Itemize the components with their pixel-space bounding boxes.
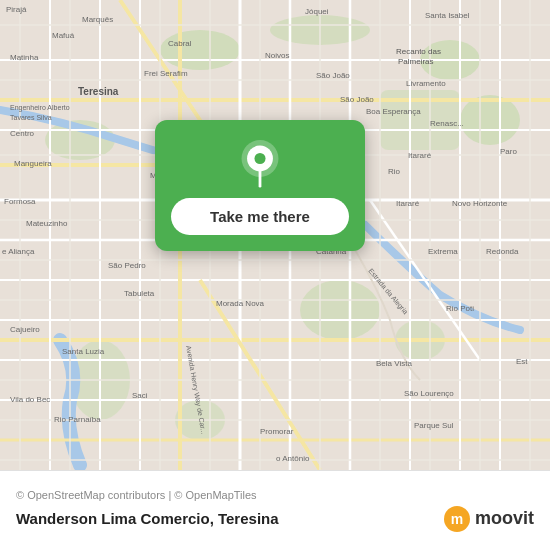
svg-text:Paro: Paro — [500, 147, 517, 156]
svg-text:Engenheiro Alberto: Engenheiro Alberto — [10, 104, 70, 112]
bottom-bar: © OpenStreetMap contributors | © OpenMap… — [0, 470, 550, 550]
svg-text:São João: São João — [316, 71, 350, 80]
svg-text:Boa Esperança: Boa Esperança — [366, 107, 421, 116]
svg-text:Matinha: Matinha — [10, 53, 39, 62]
svg-text:Rio: Rio — [388, 167, 401, 176]
svg-text:Mateuzinho: Mateuzinho — [26, 219, 68, 228]
svg-text:Promorar: Promorar — [260, 427, 294, 436]
svg-text:Itararé: Itararé — [408, 151, 432, 160]
svg-text:Novo Horizonte: Novo Horizonte — [452, 199, 508, 208]
svg-text:Santa Isabel: Santa Isabel — [425, 11, 470, 20]
svg-text:m: m — [451, 511, 463, 527]
svg-text:São João: São João — [340, 95, 374, 104]
svg-text:São Pedro: São Pedro — [108, 261, 146, 270]
svg-text:Jóquei: Jóquei — [305, 7, 329, 16]
svg-text:Vila do Bec: Vila do Bec — [10, 395, 50, 404]
location-name: Wanderson Lima Comercio, Teresina — [16, 510, 279, 527]
overlay-card: Take me there — [155, 120, 365, 251]
moovit-brand-icon: m — [443, 505, 471, 533]
svg-text:Palmeiras: Palmeiras — [398, 57, 434, 66]
svg-text:Redonda: Redonda — [486, 247, 519, 256]
svg-text:Frei Serafim: Frei Serafim — [144, 69, 188, 78]
svg-text:Est: Est — [516, 357, 528, 366]
svg-text:Mafuá: Mafuá — [52, 31, 75, 40]
svg-text:Centro: Centro — [10, 129, 35, 138]
svg-text:Recanto das: Recanto das — [396, 47, 441, 56]
map-attribution: © OpenStreetMap contributors | © OpenMap… — [16, 489, 534, 501]
svg-text:Renasc...: Renasc... — [430, 119, 464, 128]
svg-text:e Aliança: e Aliança — [2, 247, 35, 256]
svg-text:Morada Nova: Morada Nova — [216, 299, 265, 308]
svg-point-2 — [160, 30, 240, 70]
svg-text:Santa Luzia: Santa Luzia — [62, 347, 105, 356]
svg-text:Cabral: Cabral — [168, 39, 192, 48]
svg-text:Extrema: Extrema — [428, 247, 458, 256]
svg-text:Bela Vista: Bela Vista — [376, 359, 412, 368]
take-me-there-button[interactable]: Take me there — [171, 198, 349, 235]
svg-text:Mangueira: Mangueira — [14, 159, 52, 168]
svg-text:São Lourenço: São Lourenço — [404, 389, 454, 398]
svg-text:Noivos: Noivos — [265, 51, 289, 60]
svg-text:Cajueiro: Cajueiro — [10, 325, 40, 334]
svg-text:o Antônio: o Antônio — [276, 454, 310, 463]
svg-text:Tavares Silva: Tavares Silva — [10, 114, 52, 121]
svg-text:Teresina: Teresina — [78, 86, 119, 97]
svg-text:Livramento: Livramento — [406, 79, 446, 88]
location-row: Wanderson Lima Comercio, Teresina m moov… — [16, 505, 534, 533]
svg-text:Rio Poti: Rio Poti — [446, 304, 474, 313]
svg-point-5 — [460, 95, 520, 145]
svg-text:Marquês: Marquês — [82, 15, 113, 24]
svg-text:Rio Parnaíba: Rio Parnaíba — [54, 415, 101, 424]
moovit-brand-name: moovit — [475, 508, 534, 529]
svg-text:Parque Sul: Parque Sul — [414, 421, 454, 430]
location-pin-icon — [236, 140, 284, 188]
svg-text:Pirajá: Pirajá — [6, 5, 27, 14]
svg-text:Tabuleta: Tabuleta — [124, 289, 155, 298]
svg-text:Formosa: Formosa — [4, 197, 36, 206]
moovit-logo: m moovit — [443, 505, 534, 533]
map-container: Pirajá Marquês Jóquei Santa Isabel Mafuá… — [0, 0, 550, 470]
svg-text:Itararé: Itararé — [396, 199, 420, 208]
svg-point-8 — [300, 280, 380, 340]
svg-text:Saci: Saci — [132, 391, 148, 400]
svg-point-110 — [254, 153, 265, 164]
